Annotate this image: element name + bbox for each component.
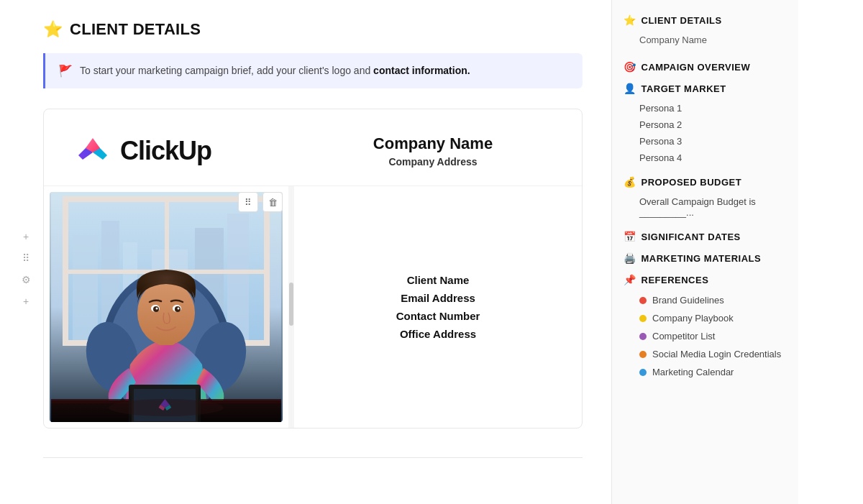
- sidebar-calendar-icon: 📅: [624, 231, 636, 242]
- sidebar-section-proposed-budget[interactable]: 💰 PROPOSED BUDGET: [624, 176, 787, 188]
- clickup-text: ClickUp: [120, 136, 211, 166]
- page-title-star-icon: ⭐: [43, 20, 63, 39]
- svg-point-28: [109, 399, 224, 416]
- info-banner-text: To start your marketing campaign brief, …: [80, 63, 470, 78]
- content-row: ⠿ 🗑: [44, 186, 582, 428]
- svg-point-16: [137, 280, 195, 345]
- logo-area: ClickUp: [73, 131, 313, 171]
- sidebar-persona-2[interactable]: Persona 2: [624, 116, 787, 133]
- brand-guidelines-label: Brand Guidelines: [652, 295, 724, 306]
- sidebar-money-icon: 💰: [624, 176, 636, 188]
- sidebar-star-icon: ⭐: [624, 14, 636, 26]
- block-toolbar: ⠿ 🗑: [238, 192, 283, 212]
- contact-column: Client Name Email Address Contact Number…: [294, 186, 582, 428]
- sidebar-ref-marketing-calendar[interactable]: Marketing Calendar: [624, 363, 787, 381]
- sidebar-section-client-details[interactable]: ⭐ CLIENT DETAILS: [624, 14, 787, 26]
- svg-rect-2: [73, 235, 98, 343]
- sidebar-client-details-label: CLIENT DETAILS: [641, 15, 722, 26]
- sidebar-dates-label: SIGNIFICANT DATES: [641, 232, 741, 242]
- sidebar-persona-3[interactable]: Persona 3: [624, 133, 787, 150]
- social-media-dot: [639, 351, 647, 358]
- info-banner: 🚩 To start your marketing campaign brief…: [43, 53, 583, 88]
- competitor-list-dot: [639, 333, 647, 340]
- settings-button[interactable]: ⚙: [18, 272, 34, 288]
- company-info: Company Name Company Address: [313, 134, 553, 168]
- phone-field: Contact Number: [396, 310, 480, 322]
- sidebar-person-icon: 👤: [624, 83, 636, 94]
- block-delete-button[interactable]: 🗑: [262, 192, 283, 212]
- flag-icon: 🚩: [58, 64, 73, 78]
- svg-point-21: [156, 308, 158, 310]
- sidebar-persona-1[interactable]: Persona 1: [624, 100, 787, 116]
- sidebar-section-target-market[interactable]: 👤 TARGET MARKET: [624, 83, 787, 94]
- competitor-list-label: Competitor List: [652, 331, 715, 342]
- sidebar-budget-item[interactable]: Overall Campaign Budget is _________...: [624, 193, 787, 221]
- sidebar-target-market-label: TARGET MARKET: [641, 83, 726, 94]
- sidebar-ref-social-media[interactable]: Social Media Login Credentials: [624, 345, 787, 363]
- main-content: ⭐ CLIENT DETAILS 🚩 To start your marketi…: [0, 0, 611, 504]
- clickup-logo-icon: [73, 131, 113, 171]
- sidebar-materials-label: MARKETING MATERIALS: [641, 253, 762, 264]
- block-drag-button[interactable]: ⠿: [238, 192, 258, 212]
- sidebar-campaign-label: CAMPAIGN OVERVIEW: [641, 62, 751, 73]
- image-column: ⠿ 🗑: [44, 186, 288, 428]
- sidebar-ref-competitor-list[interactable]: Competitor List: [624, 327, 787, 345]
- company-playbook-label: Company Playbook: [652, 313, 734, 324]
- sidebar-persona-4[interactable]: Persona 4: [624, 150, 787, 166]
- office-field: Office Address: [400, 328, 476, 340]
- sidebar-ref-company-playbook[interactable]: Company Playbook: [624, 309, 787, 327]
- bottom-divider: [43, 457, 583, 458]
- email-field: Email Address: [401, 292, 475, 304]
- company-name: Company Name: [313, 134, 553, 153]
- scroll-divider: [288, 186, 294, 428]
- left-actions: + ⠿ ⚙ +: [18, 229, 34, 309]
- sidebar-ref-brand-guidelines[interactable]: Brand Guidelines: [624, 291, 787, 309]
- sidebar-section-significant-dates[interactable]: 📅 SIGNIFICANT DATES: [624, 231, 787, 242]
- expand-button[interactable]: +: [18, 293, 34, 309]
- sidebar-print-icon: 🖨️: [624, 252, 636, 264]
- sidebar-target-icon: 🎯: [624, 61, 636, 73]
- client-name-field: Client Name: [407, 274, 470, 286]
- svg-point-22: [178, 308, 180, 310]
- page-title-row: ⭐ CLIENT DETAILS: [43, 20, 583, 39]
- scroll-thumb[interactable]: [289, 283, 293, 326]
- sidebar-budget-label: PROPOSED BUDGET: [641, 177, 742, 188]
- sidebar: ⭐ CLIENT DETAILS Company Name 🎯 CAMPAIGN…: [611, 0, 798, 504]
- sidebar-company-name[interactable]: Company Name: [624, 32, 787, 51]
- sidebar-pin-icon: 📌: [624, 274, 636, 285]
- sidebar-references-label: REFERENCES: [641, 275, 709, 285]
- sidebar-section-references[interactable]: 📌 REFERENCES: [624, 274, 787, 285]
- logo-row: ClickUp Company Name Company Address: [44, 109, 582, 186]
- brand-guidelines-dot: [639, 297, 647, 304]
- company-playbook-dot: [639, 315, 647, 322]
- social-media-label: Social Media Login Credentials: [652, 349, 781, 359]
- client-card: + ⠿ ⚙ +: [43, 109, 583, 429]
- marketing-calendar-label: Marketing Calendar: [652, 367, 734, 377]
- sidebar-section-marketing-materials[interactable]: 🖨️ MARKETING MATERIALS: [624, 252, 787, 264]
- clickup-logo: ClickUp: [73, 131, 211, 171]
- company-address: Company Address: [313, 156, 553, 168]
- marketing-calendar-dot: [639, 369, 647, 376]
- add-block-button[interactable]: +: [18, 229, 34, 244]
- drag-handle[interactable]: ⠿: [18, 250, 34, 266]
- sidebar-section-campaign-overview[interactable]: 🎯 CAMPAIGN OVERVIEW: [624, 61, 787, 73]
- person-photo: [50, 192, 283, 422]
- page-title: CLIENT DETAILS: [70, 20, 201, 39]
- person-svg: [51, 192, 281, 422]
